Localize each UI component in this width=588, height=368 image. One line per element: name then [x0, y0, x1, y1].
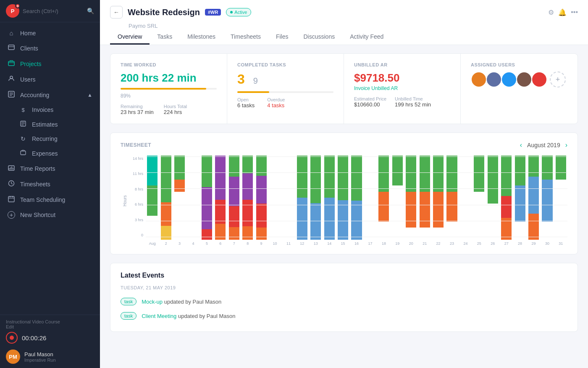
avatar-1[interactable] — [471, 71, 487, 87]
svg-rect-13 — [8, 166, 14, 170]
assigned-users-card: ASSIGNED USERS + — [461, 54, 578, 124]
bar-seg-green-8 — [256, 156, 267, 176]
project-title: Website Redesign — [128, 8, 200, 17]
sidebar-item-time-reports[interactable]: Time Reports — [0, 161, 100, 176]
event-text-1: Mock-up updated by Paul Mason — [142, 299, 221, 305]
bar-seg-green-2 — [174, 156, 185, 180]
sidebar-item-recurring[interactable]: ↻ Recurring — [0, 132, 100, 146]
bar-group-6 — [228, 156, 241, 240]
accounting-submenu: $ Invoices Estimates ↻ Recurring — [0, 103, 100, 161]
month-nav: ‹ August 2019 › — [520, 141, 567, 149]
sidebar-item-estimates[interactable]: Estimates — [0, 117, 100, 132]
x-label-5: 6 — [214, 241, 227, 246]
tab-milestones[interactable]: Milestones — [180, 30, 223, 45]
bar-group-5 — [214, 156, 227, 240]
event-link-2[interactable]: Client Meeting — [142, 313, 176, 319]
more-options-icon[interactable]: ••• — [571, 8, 578, 16]
sidebar-item-home[interactable]: ⌂ Home — [0, 26, 100, 40]
app-logo: P 9 — [6, 4, 19, 18]
next-month-button[interactable]: › — [565, 141, 567, 149]
avatar-3[interactable] — [501, 71, 517, 87]
x-label-25: 26 — [486, 241, 499, 246]
accounting-chevron-icon: ▲ — [87, 92, 92, 98]
sidebar-item-projects[interactable]: Projects — [0, 56, 100, 71]
sidebar-item-clients[interactable]: Clients — [0, 40, 100, 56]
assigned-users-title: ASSIGNED USERS — [471, 62, 567, 67]
time-remaining-label: Remaining — [121, 104, 154, 109]
tab-discussions[interactable]: Discussions — [296, 30, 342, 45]
tab-activity-feed[interactable]: Activity Feed — [342, 30, 391, 45]
unbilled-time: Unbilled Time 199 hrs 52 min — [395, 96, 431, 108]
status-label: Active — [234, 10, 247, 15]
avatar-4[interactable] — [516, 71, 532, 87]
invoice-unbilled-link[interactable]: Invoice Unbilled AR — [354, 85, 450, 91]
sidebar-label-estimates: Estimates — [32, 121, 58, 128]
stacked-bar-15 — [351, 156, 362, 240]
invoices-icon: $ — [19, 107, 27, 113]
x-label-18: 19 — [391, 241, 404, 246]
sidebar-item-users[interactable]: Users — [0, 71, 100, 87]
bar-group-10 — [282, 156, 295, 240]
bar-seg-green-6 — [229, 156, 239, 177]
search-icon[interactable]: 🔍 — [87, 8, 94, 14]
sidebar-item-accounting[interactable]: Accounting ▲ — [0, 87, 100, 103]
time-reports-icon — [8, 164, 15, 172]
tab-tasks[interactable]: Tasks — [150, 30, 180, 45]
events-card: Latest Events TUESDAY, 21 MAY 2019 task … — [110, 263, 578, 332]
x-label-11: 12 — [296, 241, 309, 246]
stacked-bar-6 — [229, 156, 239, 240]
bar-seg-blue-14 — [338, 200, 348, 240]
bar-seg-blue-15 — [351, 201, 362, 240]
prev-month-button[interactable]: ‹ — [520, 141, 522, 149]
tab-overview[interactable]: Overview — [110, 30, 150, 45]
ct-open: Open 6 tasks — [237, 97, 255, 109]
tab-files[interactable]: Files — [268, 30, 296, 45]
sidebar-item-team-scheduling[interactable]: Team Scheduling — [0, 192, 100, 207]
bar-group-2 — [173, 156, 186, 240]
event-link-1[interactable]: Mock-up — [142, 299, 163, 305]
bar-group-24 — [472, 156, 486, 240]
x-label-14: 15 — [336, 241, 349, 246]
user-name: Paul Mason — [24, 351, 56, 357]
bar-group-20 — [418, 156, 431, 240]
bar-group-17 — [377, 156, 390, 240]
avatar-2[interactable] — [486, 71, 502, 87]
ct-progress-bar-bg — [237, 91, 333, 93]
sidebar-search-bar[interactable]: P 9 Search (Ctrl+/) 🔍 — [0, 0, 100, 22]
x-label-0: Aug — [146, 241, 159, 246]
notifications-icon[interactable]: 🔔 — [558, 8, 567, 16]
ct-open-label: Open — [237, 97, 255, 102]
stacked-bar-16 — [365, 156, 375, 240]
timer-edit-label[interactable]: Edit — [6, 324, 94, 329]
sidebar-item-expenses[interactable]: Expenses — [0, 146, 100, 161]
bar-seg-teal-0 — [147, 156, 158, 185]
bar-seg-red-26 — [501, 196, 512, 218]
user-info: Paul Mason Imperative Run — [24, 351, 56, 363]
bar-seg-green-17 — [378, 156, 389, 192]
main-content: ← Website Redesign #WR Active ⚙ 🔔 ••• Pa… — [100, 0, 588, 368]
bar-group-3 — [186, 156, 200, 240]
logo-badge: 9 — [15, 3, 20, 8]
x-label-12: 13 — [309, 241, 322, 246]
unbilled-ar-card: UNBILLED AR $9718.50 Invoice Unbilled AR… — [344, 54, 461, 124]
back-button[interactable]: ← — [110, 6, 123, 19]
sidebar-item-new-shortcut[interactable]: + New Shortcut — [0, 207, 100, 222]
add-user-button[interactable]: + — [550, 71, 566, 87]
timer-stop-button[interactable] — [6, 332, 18, 344]
avatar-5[interactable] — [531, 71, 547, 87]
sidebar-item-invoices[interactable]: $ Invoices — [0, 103, 100, 117]
stacked-bar-21 — [433, 156, 444, 240]
bar-seg-orange-20 — [420, 192, 430, 228]
settings-icon[interactable]: ⚙ — [548, 8, 554, 16]
bar-seg-green-14 — [338, 156, 348, 200]
estimated-price-label: Estimated Price — [354, 96, 386, 101]
event-desc-2: updated by Paul Mason — [178, 313, 236, 319]
bar-seg-yellow-1 — [161, 226, 171, 240]
tab-timesheets[interactable]: Timesheets — [223, 30, 268, 45]
sidebar-item-timesheets[interactable]: Timesheets — [0, 176, 100, 192]
bar-seg-green-15 — [351, 156, 362, 201]
estimates-icon — [19, 121, 27, 128]
events-title: Latest Events — [121, 272, 567, 279]
bar-seg-green-27 — [515, 156, 525, 185]
x-label-9: 10 — [268, 241, 281, 246]
